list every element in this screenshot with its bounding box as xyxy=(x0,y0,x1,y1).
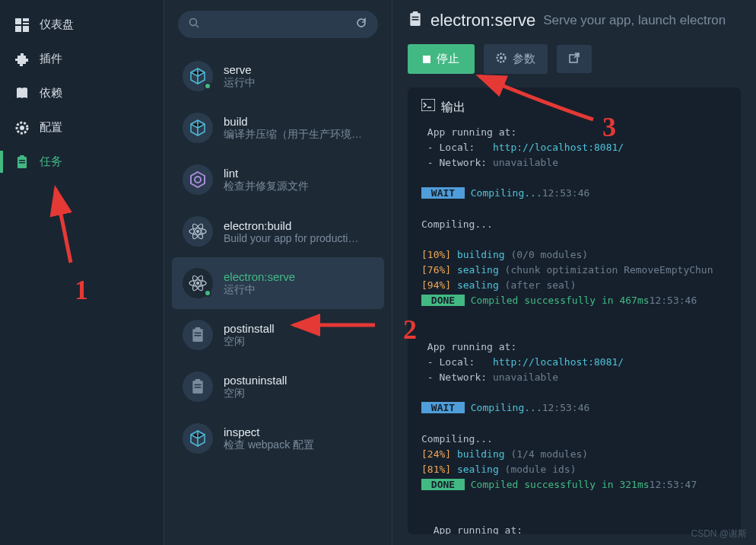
task-sub: 运行中 xyxy=(224,283,295,297)
task-item-electron-build[interactable]: electron:build Build your app for produc… xyxy=(172,206,384,257)
task-name: postuninstall xyxy=(224,374,287,387)
svg-rect-0 xyxy=(15,18,21,24)
task-text: inspect 检查 webpack 配置 xyxy=(224,425,314,452)
task-text: serve 运行中 xyxy=(224,63,256,90)
sidebar-item-label: 任务 xyxy=(40,155,62,169)
params-button[interactable]: 参数 xyxy=(484,44,548,74)
output-panel: 输出 App running at: - Local: http://local… xyxy=(408,88,741,534)
task-item-inspect[interactable]: inspect 检查 webpack 配置 xyxy=(172,413,384,464)
svg-rect-37 xyxy=(421,99,435,111)
task-text: postinstall 空闲 xyxy=(224,322,275,349)
task-name: electron:build xyxy=(224,219,358,232)
task-name: build xyxy=(224,115,362,128)
svg-point-6 xyxy=(20,126,24,130)
svg-point-21 xyxy=(196,282,199,285)
task-sub: Build your app for producti… xyxy=(224,232,358,244)
task-text: electron:build Build your app for produc… xyxy=(224,219,358,244)
svg-point-11 xyxy=(190,19,197,26)
output-label: 输出 xyxy=(441,98,465,117)
stop-button[interactable]: 停止 xyxy=(408,44,475,74)
task-text: lint 检查并修复源文件 xyxy=(224,167,309,193)
sidebar-item-label: 插件 xyxy=(40,52,62,66)
svg-rect-4 xyxy=(23,26,29,32)
task-text: postuninstall 空闲 xyxy=(224,374,287,400)
search-input[interactable] xyxy=(205,18,355,30)
task-item-postinstall[interactable]: postinstall 空闲 xyxy=(172,309,384,361)
task-sub: 空闲 xyxy=(224,387,287,400)
output-header: 输出 xyxy=(421,98,727,117)
terminal-output: App running at: - Local: http://localhos… xyxy=(421,125,727,534)
task-sub: 检查 webpack 配置 xyxy=(224,438,314,452)
sidebar-item-tasks[interactable]: 任务 xyxy=(0,145,164,179)
svg-rect-24 xyxy=(195,333,202,334)
task-sub: 编译并压缩（用于生产环境… xyxy=(224,128,362,142)
task-name: lint xyxy=(224,167,309,180)
task-icon xyxy=(183,320,213,350)
open-button[interactable] xyxy=(557,45,592,73)
svg-rect-2 xyxy=(23,23,29,24)
svg-rect-27 xyxy=(195,379,201,382)
svg-point-35 xyxy=(500,56,503,59)
svg-rect-32 xyxy=(412,17,419,18)
dashboard-icon xyxy=(15,18,29,32)
toolbar: 停止 参数 xyxy=(408,44,741,74)
tasks-column: serve 运行中 build 编译并压缩（用于生产环境… lint 检查并修复… xyxy=(164,0,392,545)
task-icon xyxy=(183,113,213,143)
svg-rect-29 xyxy=(195,387,202,388)
svg-rect-28 xyxy=(195,384,202,386)
task-name: postinstall xyxy=(224,322,275,335)
task-text: electron:serve 运行中 xyxy=(224,270,295,297)
task-item-lint[interactable]: lint 检查并修复源文件 xyxy=(172,154,384,206)
watermark: CSDN @谢斯 xyxy=(691,527,747,540)
svg-rect-33 xyxy=(412,19,419,21)
gear-icon xyxy=(496,53,507,65)
task-text: build 编译并压缩（用于生产环境… xyxy=(224,115,362,142)
task-icon xyxy=(183,216,213,247)
task-sub: 检查并修复源文件 xyxy=(224,180,309,193)
stop-label: 停止 xyxy=(437,52,459,66)
detail-header: electron:serve Serve your app, launch el… xyxy=(408,11,741,30)
task-icon xyxy=(183,164,213,195)
status-dot-running xyxy=(204,289,211,297)
open-external-icon xyxy=(569,53,580,65)
sidebar-item-config[interactable]: 配置 xyxy=(0,110,164,145)
svg-rect-10 xyxy=(19,162,25,164)
plugin-icon xyxy=(15,53,29,66)
task-item-build[interactable]: build 编译并压缩（用于生产环境… xyxy=(172,102,384,154)
task-icon xyxy=(183,61,213,91)
svg-rect-1 xyxy=(23,18,29,21)
task-name: inspect xyxy=(224,425,314,438)
sidebar-item-deps[interactable]: 依赖 xyxy=(0,76,164,110)
book-icon xyxy=(15,87,29,100)
task-item-electron-serve[interactable]: electron:serve 运行中 xyxy=(172,257,384,309)
svg-point-17 xyxy=(196,230,199,233)
params-label: 参数 xyxy=(513,52,535,66)
status-dot-running xyxy=(204,82,211,90)
svg-rect-23 xyxy=(195,327,201,330)
task-item-postuninstall[interactable]: postuninstall 空闲 xyxy=(172,361,384,413)
terminal-icon xyxy=(421,98,435,117)
task-item-serve[interactable]: serve 运行中 xyxy=(172,50,384,102)
search-wrap[interactable] xyxy=(178,11,378,38)
task-name: serve xyxy=(224,63,256,76)
gear-icon xyxy=(15,121,29,135)
sidebar-item-label: 依赖 xyxy=(40,86,62,100)
svg-rect-31 xyxy=(413,11,418,14)
svg-rect-9 xyxy=(19,160,25,161)
task-icon xyxy=(183,371,213,402)
sidebar: 仪表盘 插件 依赖 配置 任务 xyxy=(0,0,164,545)
svg-rect-3 xyxy=(15,26,21,32)
task-sub: 运行中 xyxy=(224,76,256,90)
sidebar-item-label: 配置 xyxy=(40,120,62,135)
task-icon xyxy=(183,268,213,298)
search-icon xyxy=(189,18,199,31)
task-detail: electron:serve Serve your app, launch el… xyxy=(392,0,756,545)
sidebar-item-dashboard[interactable]: 仪表盘 xyxy=(0,8,164,42)
clipboard-icon xyxy=(15,155,29,169)
clipboard-icon xyxy=(408,11,423,30)
stop-icon xyxy=(423,56,430,63)
refresh-icon[interactable] xyxy=(355,17,367,32)
sidebar-item-plugins[interactable]: 插件 xyxy=(0,42,164,76)
svg-line-12 xyxy=(196,25,199,27)
detail-title: electron:serve xyxy=(430,11,535,30)
